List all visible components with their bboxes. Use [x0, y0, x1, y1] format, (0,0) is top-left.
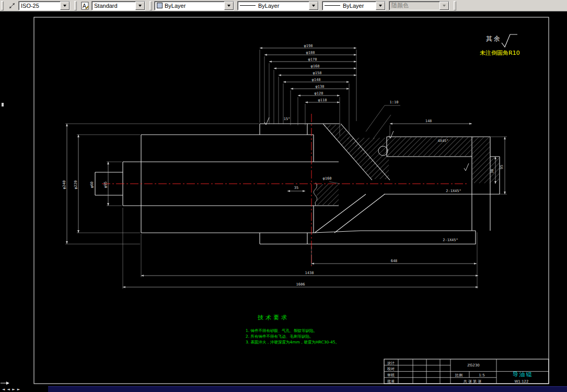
- ucs-icon: X: [1, 382, 16, 386]
- dim-style-value: ISO-25: [21, 3, 60, 9]
- drawing-code: W1:122: [514, 379, 528, 384]
- text-style-select[interactable]: Standard: [91, 1, 145, 10]
- bore-label: φ160: [323, 176, 332, 181]
- color-value: ByLayer: [165, 3, 224, 9]
- layout-tab-controls-icon[interactable]: ◄ ◄ ► ►: [0, 387, 48, 391]
- status-strip: ◄ ◄ ► ►: [0, 386, 567, 392]
- titleblock-row-label: 审核: [387, 373, 395, 377]
- dim-label: φ220: [74, 181, 78, 189]
- angle-label: 15°: [284, 117, 291, 121]
- extension-lines: [65, 50, 507, 289]
- dim-label: 1606: [296, 282, 305, 287]
- title-block: 设计 校对 审核 批准 ZG230 比例 1:5 共 张 第 张 导油辊 W1:…: [384, 359, 549, 384]
- titleblock-row-label: 设计: [387, 361, 395, 365]
- plotstyle-value: 随颜色: [391, 2, 439, 9]
- tech-title: 技术要求: [258, 314, 289, 321]
- toolbar-grip[interactable]: [149, 1, 152, 10]
- linetype-control-select[interactable]: ByLayer: [237, 1, 319, 10]
- docked-toolbar-mark: [2, 103, 4, 106]
- dim-label: φ168: [311, 64, 320, 68]
- dim-label: φ198: [304, 44, 313, 48]
- dim-label: φ158: [313, 71, 322, 75]
- chamfer-label: 2-1X45°: [443, 238, 458, 242]
- tech-line: 1. 铸件不得有砂眼、气孔、裂纹等缺陷。: [246, 328, 317, 333]
- roughness-default-icon: [502, 34, 517, 47]
- material-value: ZG230: [467, 363, 480, 367]
- drawing-canvas[interactable]: φ198 φ188 φ178 φ168 φ158 φ148 φ138 φ128 …: [0, 11, 567, 386]
- dimension-lines: [67, 48, 505, 287]
- titleblock-row-label: 批准: [387, 379, 395, 384]
- dim-label: φ128: [315, 91, 323, 96]
- roughness-icon: [389, 131, 394, 138]
- general-notes: 其余 未注倒圆角R10: [480, 35, 520, 56]
- dim-label: φ95: [103, 182, 108, 188]
- dim-label: φ60: [90, 182, 94, 188]
- text-style-icon[interactable]: A: [80, 1, 90, 11]
- horizontal-scrollbar[interactable]: [48, 386, 567, 392]
- dim-label: φ138: [316, 85, 325, 89]
- linetype-dropdown-arrow[interactable]: [309, 2, 318, 10]
- dim-style-icon[interactable]: [7, 1, 17, 11]
- dim-style-select[interactable]: ISO-25: [18, 1, 70, 10]
- chamfer-label: 4X45°: [437, 139, 448, 143]
- toolbar-grip[interactable]: [1, 1, 4, 10]
- scale-value: 1:5: [479, 373, 484, 377]
- toolbar-grip[interactable]: [74, 1, 77, 10]
- dim-label: 95: [500, 165, 504, 169]
- svg-text:A: A: [83, 3, 86, 9]
- cad-drawing: φ198 φ188 φ178 φ168 φ158 φ148 φ138 φ128 …: [0, 11, 567, 386]
- color-control-select[interactable]: ByLayer: [154, 1, 234, 10]
- dim-label: φ240: [62, 181, 66, 189]
- lineweight-sample-icon: [325, 5, 340, 6]
- dim-label: φ118: [318, 98, 327, 102]
- dim-label: 35: [294, 186, 298, 190]
- dim-label: φ178: [308, 57, 317, 62]
- dim-label: φ188: [306, 51, 315, 55]
- toolbar-grip[interactable]: [454, 1, 456, 10]
- dim-label: φ148: [312, 78, 321, 82]
- taper-label: 1:10: [390, 100, 399, 104]
- color-dropdown-arrow[interactable]: [224, 2, 234, 10]
- technical-requirements: 技术要求 1. 铸件不得有砂眼、气孔、裂纹等缺陷。 2. 所有铸件不得有飞边、毛…: [246, 314, 339, 345]
- linetype-value: ByLayer: [258, 3, 309, 9]
- part-name: 导油辊: [513, 371, 533, 378]
- lineweight-value: ByLayer: [343, 3, 376, 9]
- surface-default-label: 其余: [486, 35, 502, 42]
- dim-label: 648: [391, 259, 398, 263]
- sheet-label: 共 张 第 张: [464, 379, 482, 384]
- roughness-icon: [464, 163, 469, 171]
- dimension-texts: φ198 φ188 φ178 φ168 φ158 φ148 φ138 φ128 …: [62, 44, 504, 287]
- fillet-note: 未注倒圆角R10: [480, 50, 520, 56]
- plotstyle-dropdown-arrow: [439, 2, 449, 10]
- lineweight-dropdown-arrow[interactable]: [376, 2, 385, 10]
- dim-label: 30: [490, 169, 494, 173]
- styles-toolbar: ISO-25 A Standard ByLayer ByLayer ByLaye…: [0, 0, 567, 11]
- text-style-dropdown-arrow[interactable]: [135, 2, 145, 10]
- scale-label: 比例: [455, 373, 462, 377]
- linetype-sample-icon: [240, 5, 256, 6]
- chamfer-label: 2-1X45°: [446, 189, 461, 193]
- dim-label: 1438: [305, 271, 314, 275]
- text-style-value: Standard: [94, 3, 135, 9]
- dim-style-dropdown-arrow[interactable]: [60, 2, 70, 10]
- tech-line: 3. 表面淬火，淬硬深度为4mm，硬度为HRC30-45。: [246, 340, 339, 345]
- titleblock-row-label: 校对: [387, 367, 395, 371]
- tech-line: 2. 所有铸件不得有飞边、毛刺等缺陷。: [246, 334, 314, 339]
- color-swatch-icon: [157, 3, 163, 8]
- lineweight-control-select[interactable]: ByLayer: [322, 1, 386, 10]
- plotstyle-control-select: 随颜色: [389, 1, 449, 10]
- dim-label: 148: [425, 119, 432, 123]
